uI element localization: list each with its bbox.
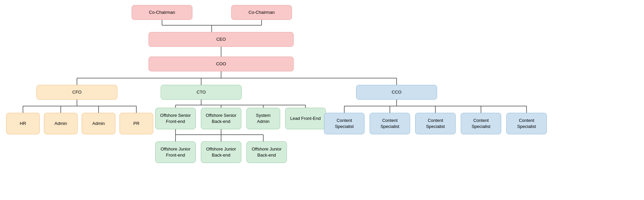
node-hr: HR <box>6 113 40 134</box>
node-cto: CTO <box>161 85 242 100</box>
node-lead_frontend: Lead Front-End <box>285 108 326 129</box>
node-cco: CCO <box>356 85 437 100</box>
node-offshore_junior_be2: Offshore Junior Back-end <box>246 141 287 163</box>
node-system_admin: System Admin <box>246 108 280 129</box>
node-content4: Content Specialist <box>461 113 501 134</box>
node-offshore_senior_fe: Offshore Senior Front-end <box>155 108 196 129</box>
node-content2: Content Specialist <box>370 113 410 134</box>
node-content5: Content Specialist <box>506 113 547 134</box>
node-admin2: Admin <box>82 113 115 134</box>
node-content3: Content Specialist <box>415 113 456 134</box>
node-ceo: CEO <box>149 32 294 47</box>
node-admin1: Admin <box>44 113 78 134</box>
org-chart: Co-ChairmanCo-ChairmanCEOCOOCFOCTOCCOHRA… <box>0 0 644 200</box>
node-co_chairman_2: Co-Chairman <box>231 5 292 20</box>
node-cfo: CFO <box>36 85 117 100</box>
node-offshore_junior_fe: Offshore Junior Front-end <box>155 141 196 163</box>
connectors <box>0 0 644 200</box>
node-pr: PR <box>119 113 153 134</box>
node-content1: Content Specialist <box>324 113 365 134</box>
node-offshore_junior_be1: Offshore Junior Back-end <box>201 141 241 163</box>
node-coo: COO <box>149 57 294 71</box>
node-co_chairman_1: Co-Chairman <box>132 5 192 20</box>
node-offshore_senior_be: Offshore Senior Back-end <box>201 108 241 129</box>
